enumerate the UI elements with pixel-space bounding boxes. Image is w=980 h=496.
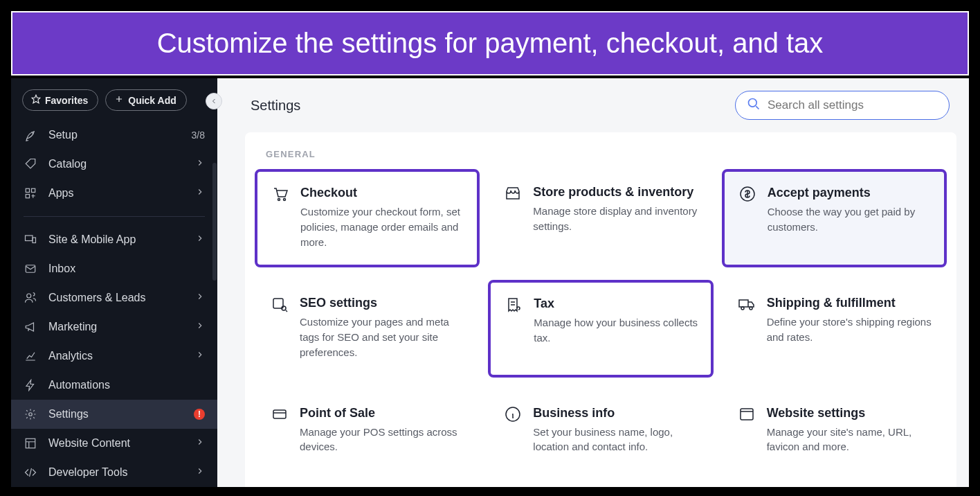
gear-icon [24, 407, 37, 421]
card-website-settings[interactable]: Website settings Manage your site's name… [722, 390, 947, 472]
sidebar-item-label: Catalog [48, 158, 195, 170]
search-icon [747, 97, 761, 114]
quick-add-label: Quick Add [128, 95, 176, 106]
sidebar-item-catalog[interactable]: Catalog [11, 150, 217, 179]
search-box[interactable] [735, 91, 950, 120]
alert-badge: ! [194, 409, 205, 420]
favorites-label: Favorites [45, 95, 88, 106]
chevron-right-icon [195, 292, 205, 304]
card-title: Tax [534, 296, 698, 311]
users-icon [24, 291, 37, 305]
svg-point-12 [284, 199, 286, 201]
truck-icon [738, 296, 756, 314]
sidebar-item-automations[interactable]: Automations [11, 371, 217, 400]
inbox-icon [24, 262, 37, 276]
code-icon [24, 466, 37, 479]
sidebar-item-marketing[interactable]: Marketing [11, 312, 217, 342]
rocket-icon [24, 128, 37, 142]
svg-rect-2 [32, 188, 35, 192]
sidebar-item-label: Apps [48, 187, 195, 200]
card-title: Point of Sale [300, 406, 465, 420]
svg-rect-1 [26, 188, 29, 192]
sidebar-item-label: Analytics [48, 350, 195, 362]
chevron-right-icon [195, 437, 205, 450]
section-label-general: GENERAL [245, 149, 956, 166]
quick-add-button[interactable]: Quick Add [105, 89, 187, 111]
card-shipping[interactable]: Shipping & fulfillment Define your store… [722, 280, 947, 377]
favorites-button[interactable]: Favorites [22, 89, 98, 111]
svg-point-8 [29, 413, 33, 416]
card-title: Store products & inventory [533, 185, 698, 200]
card-tax[interactable]: Tax Manage how your business collects ta… [488, 280, 713, 377]
card-desc: Manage your site's name, URL, favicon an… [767, 425, 932, 455]
svg-rect-4 [26, 236, 33, 241]
card-checkout[interactable]: Checkout Customize your checkout form, s… [255, 169, 480, 267]
tag-icon [24, 157, 37, 171]
svg-marker-0 [32, 95, 40, 103]
svg-rect-16 [739, 300, 748, 307]
card-title: Shipping & fulfillment [767, 296, 932, 310]
svg-rect-9 [26, 439, 35, 448]
search-settings-icon [271, 296, 289, 314]
sidebar-item-label: Website Content [48, 437, 195, 450]
chart-icon [24, 349, 37, 363]
chevron-right-icon [195, 233, 205, 246]
collapse-sidebar-button[interactable] [206, 93, 222, 109]
card-reader-icon [271, 406, 289, 424]
sidebar-item-dev-tools[interactable]: Developer Tools [11, 458, 217, 487]
svg-point-7 [27, 294, 31, 298]
page-title: Settings [251, 98, 300, 114]
card-title: Business info [533, 406, 698, 420]
divider [24, 216, 205, 217]
dollar-circle-icon [738, 186, 756, 204]
card-accept-payments[interactable]: Accept payments Choose the way you get p… [722, 169, 947, 267]
megaphone-icon [24, 320, 37, 334]
card-pos[interactable]: Point of Sale Manage your POS settings a… [255, 390, 480, 472]
sidebar-item-customers[interactable]: Customers & Leads [11, 283, 217, 312]
sidebar-item-site-app[interactable]: Site & Mobile App [11, 225, 217, 254]
sidebar-item-inbox[interactable]: Inbox [11, 254, 217, 283]
sidebar-item-label: Developer Tools [48, 466, 195, 479]
svg-rect-19 [273, 410, 286, 418]
sidebar-item-analytics[interactable]: Analytics [11, 342, 217, 371]
sidebar-item-label: Settings [48, 408, 194, 420]
search-input[interactable] [768, 98, 938, 112]
sidebar-item-setup[interactable]: Setup 3/8 [11, 121, 217, 150]
info-icon [504, 406, 522, 424]
sidebar-item-label: Automations [48, 379, 205, 391]
svg-rect-6 [26, 265, 35, 273]
bolt-icon [24, 378, 37, 392]
sidebar-item-label: Inbox [48, 263, 205, 275]
card-seo[interactable]: SEO settings Customize your pages and me… [255, 280, 480, 377]
card-desc: Set your business name, logo, location a… [533, 425, 698, 455]
browser-icon [738, 406, 756, 424]
apps-icon [24, 186, 37, 200]
card-title: Checkout [300, 186, 464, 200]
card-title: Website settings [767, 406, 932, 420]
tutorial-banner: Customize the settings for payment, chec… [11, 11, 969, 76]
sidebar-item-apps[interactable]: Apps [11, 179, 217, 208]
sidebar-item-settings[interactable]: Settings ! [11, 400, 217, 429]
star-icon [31, 94, 41, 106]
chevron-right-icon [195, 187, 205, 200]
cart-icon [271, 186, 289, 204]
card-title: Accept payments [768, 186, 932, 200]
chevron-right-icon [195, 466, 205, 479]
card-desc: Define your store's shipping regions and… [767, 315, 932, 345]
card-desc: Customize your checkout form, set polici… [300, 204, 464, 249]
devices-icon [24, 233, 37, 247]
storefront-icon [504, 185, 522, 203]
card-desc: Manage store display and inventory setti… [533, 204, 698, 234]
svg-point-10 [749, 99, 757, 107]
sidebar-item-website-content[interactable]: Website Content [11, 429, 217, 458]
scrollbar[interactable] [212, 163, 217, 281]
card-store-products[interactable]: Store products & inventory Manage store … [488, 169, 713, 267]
sidebar: Favorites Quick Add Setup 3/8 Cata [11, 78, 217, 487]
card-desc: Manage how your business collects tax. [534, 315, 698, 346]
card-desc: Manage your POS settings across devices. [300, 425, 465, 455]
card-business-info[interactable]: Business info Set your business name, lo… [488, 390, 713, 472]
svg-rect-21 [741, 409, 753, 420]
svg-point-17 [741, 307, 744, 310]
svg-rect-3 [26, 195, 29, 198]
svg-rect-5 [33, 238, 36, 243]
